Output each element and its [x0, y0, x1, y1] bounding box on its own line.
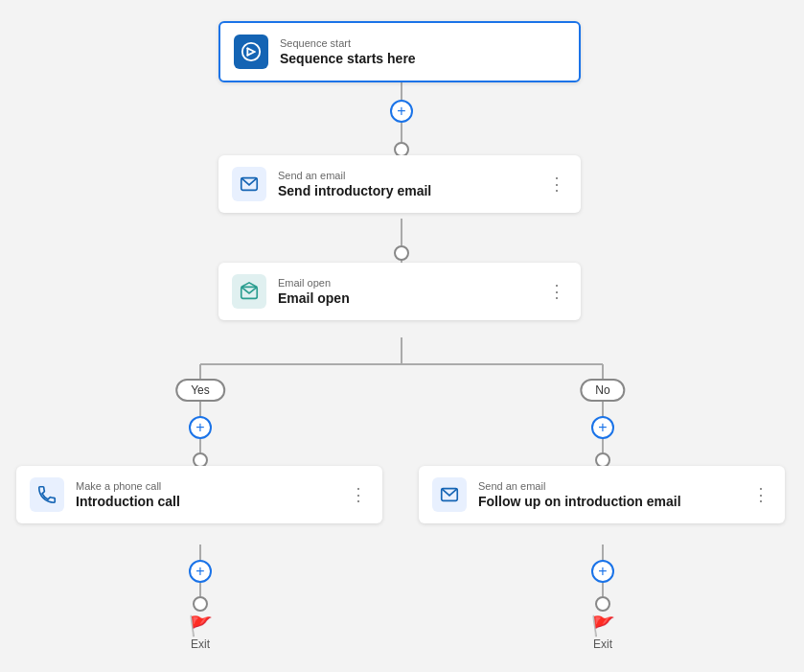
send-email-1-card[interactable]: Send an email Send introductory email ⋮	[218, 155, 581, 213]
phone-call-menu[interactable]: ⋮	[348, 484, 369, 505]
send-email-1-title: Send introductory email	[278, 183, 535, 198]
email-open-title: Email open	[278, 290, 535, 306]
sequence-start-title: Sequence starts here	[280, 51, 565, 66]
phone-call-label: Make a phone call	[76, 480, 336, 492]
add-step-button-right[interactable]: +	[591, 416, 614, 439]
send-email-1-icon	[232, 167, 266, 201]
connector-node-2	[394, 245, 409, 261]
phone-call-icon	[30, 477, 64, 512]
follow-up-email-card[interactable]: Send an email Follow up on introduction …	[419, 466, 785, 523]
add-step-button-right-bottom[interactable]: +	[591, 560, 614, 583]
email-open-text: Email open Email open	[278, 277, 535, 306]
exit-flag-right: 🚩 Exit	[591, 616, 615, 651]
phone-call-card[interactable]: Make a phone call Introduction call ⋮	[16, 466, 382, 523]
add-step-button-left-bottom[interactable]: +	[189, 560, 212, 583]
email-open-label: Email open	[278, 277, 535, 289]
exit-flag-left-icon: 🚩	[189, 616, 213, 636]
follow-up-email-text: Send an email Follow up on introduction …	[478, 480, 739, 509]
send-email-1-text: Send an email Send introductory email	[278, 170, 535, 198]
sequence-start-card[interactable]: Sequence start Sequence starts here	[218, 21, 581, 82]
yes-badge: Yes	[175, 379, 225, 402]
exit-flag-left: 🚩 Exit	[189, 616, 213, 651]
svg-line-17	[247, 48, 254, 52]
phone-call-title: Introduction call	[76, 494, 336, 509]
follow-up-email-title: Follow up on introduction email	[478, 494, 739, 509]
sequence-start-text: Sequence start Sequence starts here	[280, 37, 565, 66]
exit-flag-right-label: Exit	[593, 637, 612, 651]
add-step-button-left[interactable]: +	[189, 416, 212, 439]
svg-point-16	[242, 43, 260, 60]
follow-up-email-menu[interactable]: ⋮	[750, 484, 771, 505]
exit-flag-left-label: Exit	[191, 637, 210, 651]
email-open-icon	[232, 274, 266, 309]
email-open-card[interactable]: Email open Email open ⋮	[218, 263, 581, 320]
exit-flag-right-icon: 🚩	[591, 616, 615, 636]
no-badge: No	[580, 379, 625, 402]
svg-line-19	[247, 52, 254, 56]
phone-call-text: Make a phone call Introduction call	[76, 480, 336, 509]
send-email-1-label: Send an email	[278, 170, 535, 181]
sequence-start-icon	[234, 35, 268, 69]
follow-up-email-icon	[432, 477, 467, 512]
connector-node-right-bottom	[595, 596, 610, 612]
follow-up-email-label: Send an email	[478, 480, 739, 492]
sequence-start-label: Sequence start	[280, 37, 565, 49]
add-step-button-1[interactable]: +	[390, 100, 413, 123]
send-email-1-menu[interactable]: ⋮	[546, 174, 567, 195]
email-open-menu[interactable]: ⋮	[546, 281, 567, 302]
connector-node-left-bottom	[193, 596, 208, 612]
